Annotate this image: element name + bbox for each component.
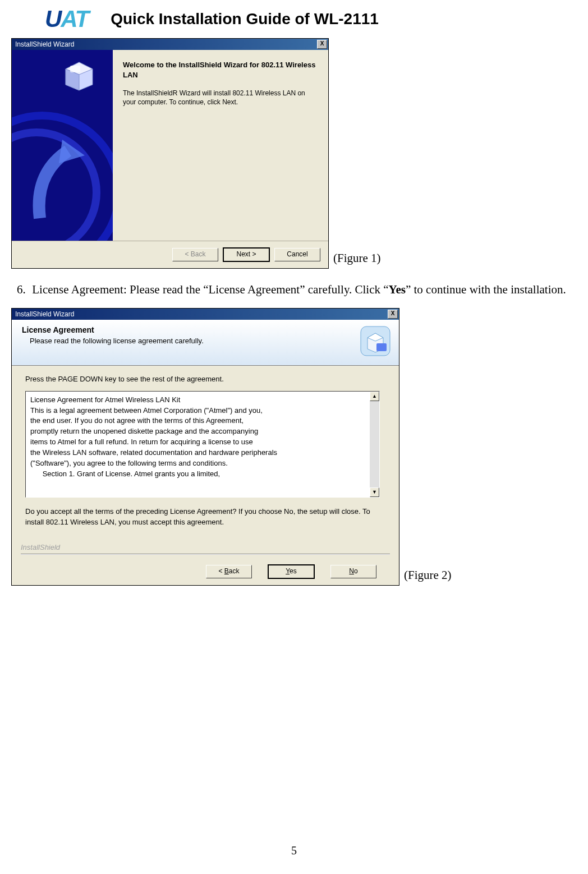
license-line: This is a legal agreement between Atmel … — [30, 406, 367, 416]
step-text-pre: License Agreement: Please read the “Lice… — [32, 283, 388, 296]
installshield-watermark: InstallShield — [21, 543, 385, 551]
svg-marker-4 — [59, 140, 85, 163]
license-header-subtitle: Please read the following license agreem… — [30, 337, 389, 345]
license-line: the Wireless LAN software, related docum… — [30, 448, 367, 458]
dialog2-titlebar[interactable]: InstallShield Wizard X — [12, 309, 399, 320]
logo-letter-u: U — [45, 6, 61, 32]
svg-rect-3 — [70, 66, 80, 72]
separator-line — [21, 554, 390, 555]
figure-2-row: InstallShield Wizard X License Agreement… — [11, 308, 577, 586]
pagedown-instruction: Press the PAGE DOWN key to see the rest … — [25, 375, 385, 383]
dialog1-content: Welcome to the InstallShield Wizard for … — [113, 50, 328, 241]
license-line: ("Software"), you agree to the following… — [30, 458, 367, 469]
no-label-u: N — [349, 567, 354, 575]
vertical-scrollbar[interactable]: ▲ ▼ — [370, 392, 379, 497]
dialog2-body: Press the PAGE DOWN key to see the rest … — [12, 366, 399, 559]
license-line: License Agreement for Atmel Wireless LAN… — [30, 395, 367, 406]
installshield-license-dialog: InstallShield Wizard X License Agreement… — [11, 308, 399, 586]
dialog1-footer: < Back Next > Cancel — [12, 241, 328, 268]
yes-label-post: es — [290, 567, 297, 575]
back-label-u: B — [224, 567, 229, 575]
license-line: Section 1. Grant of License. Atmel grant… — [30, 469, 367, 480]
back-button: < Back — [172, 248, 218, 261]
page-header: UAT Quick Installation Guide of WL-2111 — [11, 0, 577, 33]
step-text-post: ” to continue with the installation. — [406, 283, 566, 296]
page-number: 5 — [0, 844, 588, 857]
dialog2-footer: < Back Yes No — [12, 558, 399, 585]
no-label-post: o — [354, 567, 358, 575]
dialog1-sidebar-art — [12, 50, 113, 241]
figure2-caption: (Figure 2) — [404, 568, 452, 582]
license-text-box[interactable]: License Agreement for Atmel Wireless LAN… — [25, 391, 380, 498]
figure1-caption: (Figure 1) — [333, 251, 381, 265]
welcome-body-text: The InstallShieldR Wizard will install 8… — [123, 89, 319, 107]
uat-logo: UAT — [45, 6, 88, 33]
arrow-curve-icon — [29, 134, 102, 229]
cancel-button[interactable]: Cancel — [274, 248, 320, 261]
document-page: UAT Quick Installation Guide of WL-2111 … — [0, 0, 588, 874]
document-title: Quick Installation Guide of WL-2111 — [111, 10, 379, 28]
back-button[interactable]: < Back — [206, 565, 252, 578]
license-line: the end user. If you do not agree with t… — [30, 416, 367, 426]
yes-button[interactable]: Yes — [268, 564, 315, 579]
scroll-up-button[interactable]: ▲ — [370, 392, 379, 401]
close-button[interactable]: X — [388, 310, 398, 319]
computer-box-icon — [62, 61, 96, 91]
installshield-welcome-dialog: InstallShield Wizard X — [11, 38, 329, 269]
license-line: promptly return the unopened diskette pa… — [30, 426, 367, 437]
dialog2-title-text: InstallShield Wizard — [13, 310, 74, 318]
dialog1-titlebar[interactable]: InstallShield Wizard X — [12, 39, 328, 50]
logo-letter-t: T — [75, 6, 89, 32]
accept-question-text: Do you accept all the terms of the prece… — [25, 507, 385, 528]
step-text-bold: Yes — [389, 283, 406, 296]
back-label-post: ack — [229, 567, 240, 575]
step-number: 6. — [17, 280, 29, 300]
close-button[interactable]: X — [317, 40, 327, 49]
svg-rect-8 — [376, 343, 387, 351]
scroll-down-button[interactable]: ▼ — [370, 487, 379, 497]
next-button[interactable]: Next > — [223, 247, 270, 262]
dialog1-title-text: InstallShield Wizard — [13, 40, 74, 48]
instruction-step-6: 6. License Agreement: Please read the “L… — [17, 280, 577, 300]
figure-1-row: InstallShield Wizard X — [11, 38, 577, 269]
welcome-heading: Welcome to the InstallShield Wizard for … — [123, 60, 319, 80]
logo-letter-a: A — [61, 6, 75, 32]
license-header-title: License Agreement — [22, 325, 389, 334]
scroll-track[interactable] — [370, 401, 379, 487]
no-button[interactable]: No — [330, 565, 376, 578]
back-label-pre: < — [218, 567, 224, 575]
dialog1-body: Welcome to the InstallShield Wizard for … — [12, 50, 328, 241]
installer-box-icon — [360, 325, 391, 357]
dialog2-header-panel: License Agreement Please read the follow… — [12, 320, 399, 366]
license-line: items to Atmel for a full refund. In ret… — [30, 437, 367, 448]
